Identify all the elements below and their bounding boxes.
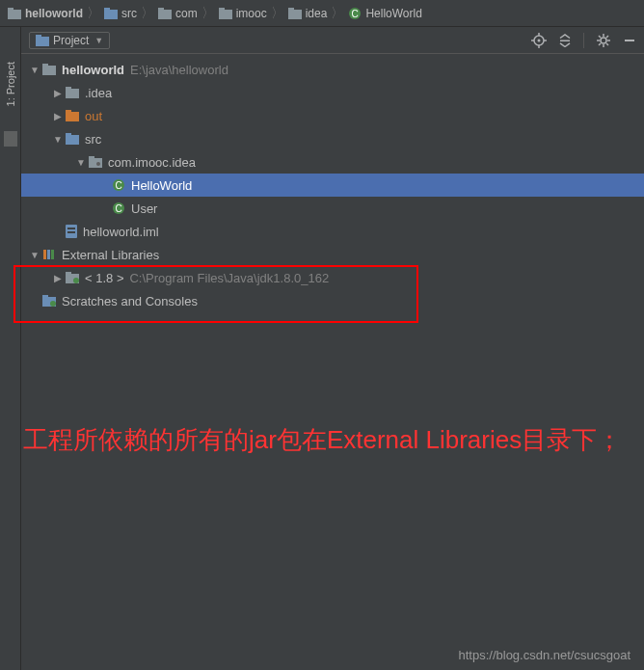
tree-node-idea-folder[interactable]: .idea — [21, 81, 644, 104]
svg-line-27 — [599, 43, 601, 45]
divider — [583, 33, 584, 48]
folder-icon — [8, 8, 21, 19]
locate-icon[interactable] — [531, 33, 547, 48]
chevron-right-icon: 〉 — [141, 5, 154, 22]
library-icon — [42, 248, 56, 261]
chevron-right-icon: 〉 — [201, 5, 215, 22]
expand-arrow-icon[interactable] — [29, 250, 40, 260]
svg-rect-13 — [36, 35, 41, 39]
chevron-down-icon: ▼ — [94, 36, 103, 45]
expand-arrow-icon[interactable] — [52, 134, 64, 145]
folder-icon — [66, 110, 79, 121]
svg-rect-46 — [67, 228, 75, 229]
tree-label: helloworld — [62, 63, 124, 77]
tool-window-bar: 1: Project — [0, 27, 21, 670]
svg-rect-3 — [104, 8, 110, 12]
svg-point-15 — [538, 39, 541, 41]
svg-line-25 — [599, 36, 601, 38]
svg-line-28 — [606, 36, 608, 38]
breadcrumb-label: helloworld — [25, 7, 83, 20]
tree-node-iml[interactable]: helloworld.iml — [21, 220, 644, 243]
breadcrumb-label: com — [175, 7, 198, 20]
expand-arrow-icon[interactable] — [52, 88, 64, 98]
breadcrumb-item-imooc[interactable]: imooc — [219, 7, 267, 20]
project-panel: Project ▼ — [21, 27, 644, 670]
breadcrumb-item-class[interactable]: C HelloWorld — [348, 7, 421, 20]
expand-arrow-icon[interactable] — [29, 65, 40, 75]
folder-icon — [42, 64, 56, 75]
tree-label: helloworld.iml — [83, 225, 159, 239]
svg-rect-37 — [66, 133, 71, 137]
folder-icon — [288, 8, 302, 19]
panel-actions — [531, 33, 636, 48]
breadcrumb-label: imooc — [236, 7, 267, 20]
gear-icon[interactable] — [596, 33, 611, 48]
source-folder-icon — [66, 133, 79, 145]
annotation-text: 工程所依赖的所有的jar包在External Libraries目录下； — [23, 420, 631, 461]
folder-icon — [219, 8, 232, 19]
folder-icon — [158, 8, 172, 19]
svg-line-26 — [606, 43, 608, 45]
tree-label: src — [85, 132, 101, 147]
breadcrumb-item-src[interactable]: src — [104, 7, 137, 20]
tool-placeholder-icon[interactable] — [4, 131, 17, 147]
tree-label: External Libraries — [62, 248, 159, 262]
breadcrumb-item-project[interactable]: helloworld — [8, 7, 83, 20]
svg-point-20 — [601, 38, 606, 43]
minimize-icon[interactable] — [623, 34, 636, 47]
svg-rect-1 — [8, 8, 13, 12]
class-icon: C — [112, 178, 125, 192]
tree-label: User — [131, 201, 157, 216]
module-file-icon — [66, 225, 77, 238]
tree-label: Scratches and Consoles — [62, 294, 198, 308]
chevron-right-icon: 〉 — [331, 5, 344, 22]
tree-node-package[interactable]: com.imooc.idea — [21, 150, 644, 174]
svg-rect-33 — [66, 87, 71, 91]
svg-rect-47 — [67, 231, 75, 233]
project-tree: helloworld E:\java\helloworld .idea out … — [21, 54, 644, 670]
svg-point-53 — [73, 278, 79, 283]
tree-node-src-folder[interactable]: src — [21, 127, 644, 150]
class-icon: C — [112, 201, 125, 215]
scratches-icon — [42, 295, 56, 307]
tree-label: .idea — [85, 86, 112, 100]
svg-text:C: C — [115, 203, 121, 214]
svg-rect-35 — [66, 110, 71, 114]
tool-window-tab-project[interactable]: 1: Project — [5, 56, 16, 112]
svg-rect-9 — [288, 8, 294, 12]
tree-node-jdk[interactable]: < 1.8 > C:\Program Files\Java\jdk1.8.0_1… — [21, 266, 644, 289]
tree-label: out — [85, 109, 102, 123]
svg-rect-7 — [219, 8, 225, 12]
expand-arrow-icon[interactable] — [52, 273, 64, 283]
svg-rect-52 — [66, 272, 71, 276]
jdk-folder-icon — [66, 272, 79, 283]
tree-node-out-folder[interactable]: out — [21, 104, 644, 127]
expand-arrow-icon[interactable] — [52, 111, 64, 121]
panel-view-dropdown[interactable]: Project ▼ — [29, 32, 110, 49]
package-icon — [89, 156, 102, 168]
svg-rect-55 — [42, 295, 48, 299]
breadcrumb-label: idea — [306, 7, 328, 20]
tree-node-class-user[interactable]: C User — [21, 197, 644, 220]
watermark: https://blog.csdn.net/csucsgoat — [459, 648, 631, 662]
chevron-right-icon: 〉 — [271, 5, 284, 22]
tree-node-external-libraries[interactable]: External Libraries — [21, 243, 644, 266]
svg-rect-49 — [47, 250, 50, 259]
svg-rect-39 — [89, 156, 94, 160]
tree-node-scratches[interactable]: Scratches and Consoles — [21, 289, 644, 312]
breadcrumb-item-idea[interactable]: idea — [288, 7, 328, 20]
collapse-all-icon[interactable] — [558, 34, 572, 47]
svg-rect-48 — [43, 250, 46, 259]
breadcrumb-item-com[interactable]: com — [158, 7, 198, 20]
project-view-icon — [36, 35, 49, 46]
breadcrumb-label: src — [121, 7, 137, 20]
tree-node-project-root[interactable]: helloworld E:\java\helloworld — [21, 58, 644, 81]
tree-node-class-helloworld[interactable]: C HelloWorld — [21, 174, 644, 197]
panel-header: Project ▼ — [21, 27, 644, 54]
svg-point-56 — [50, 301, 56, 307]
tree-label: < 1.8 > — [85, 271, 123, 285]
tree-label: HelloWorld — [131, 178, 192, 193]
folder-icon — [104, 8, 118, 19]
svg-point-40 — [96, 162, 100, 166]
expand-arrow-icon[interactable] — [75, 157, 87, 168]
